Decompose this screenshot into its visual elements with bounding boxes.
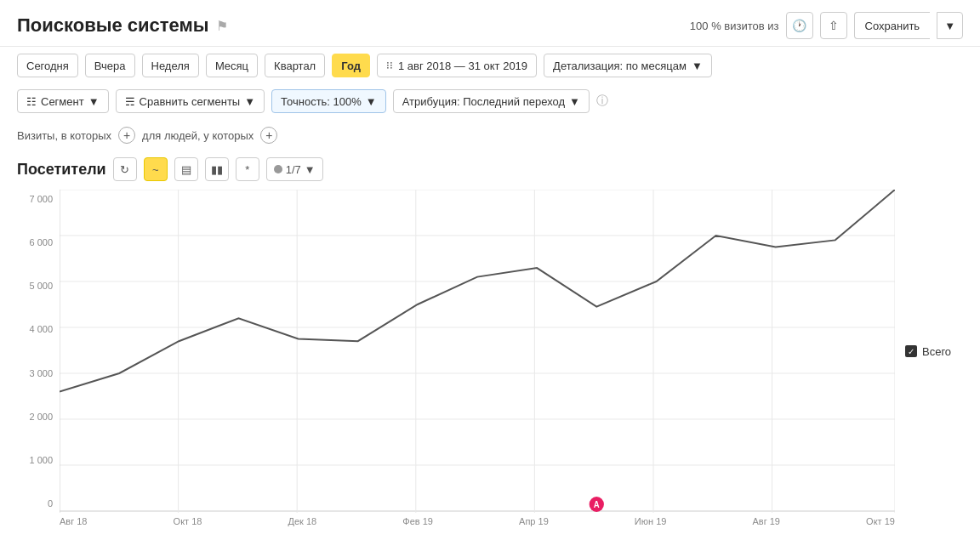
tab-year[interactable]: Год [332,54,370,77]
tab-week[interactable]: Неделя [142,54,199,77]
chart-header: Посетители ↻ ~ ▤ ▮▮ * 1/7 ▼ [17,157,963,181]
accuracy-button[interactable]: Точность: 100% ▼ [271,89,386,113]
y-label-0: 0 [17,498,53,509]
history-button[interactable]: 🕐 [786,12,813,39]
x-label-oct19: Окт 19 [866,516,895,526]
area-chart-button[interactable]: ▤ [174,157,198,181]
compare-icon: ☴ [125,95,135,108]
tab-yesterday[interactable]: Вчера [85,54,135,77]
yandex-icon-button[interactable]: * [236,157,259,181]
chart-section: Посетители ↻ ~ ▤ ▮▮ * 1/7 ▼ 7 000 6 000 … [0,149,980,526]
date-range-button[interactable]: ⁝⁝ 1 авг 2018 — 31 окт 2019 [377,54,537,77]
chart-legend: ✓ Всего [895,190,963,513]
date-range-label: 1 авг 2018 — 31 окт 2019 [398,60,527,72]
x-label-dec18: Дек 18 [288,516,317,526]
page-title: Поисковые системы [17,14,209,37]
y-label-3000: 3 000 [17,368,53,378]
y-label-5000: 5 000 [17,281,53,291]
page-header: Поисковые системы ⚑ 100 % визитов из 🕐 ⇧… [0,0,980,47]
y-label-1000: 1 000 [17,455,53,465]
bookmark-icon[interactable]: ⚑ [216,18,228,34]
export-button[interactable]: ⇧ [820,12,847,39]
bar-chart-button[interactable]: ▮▮ [205,157,229,181]
attribution-button[interactable]: Атрибуция: Последний переход ▼ [393,89,590,113]
legend-label-total: Всего [922,345,951,358]
detail-label: Детализация: по месяцам [553,60,687,72]
add-people-condition-button[interactable]: + [260,127,277,144]
chart-line [60,190,895,392]
y-axis: 7 000 6 000 5 000 4 000 3 000 2 000 1 00… [17,190,60,513]
x-label-feb19: Фев 19 [402,516,433,526]
segment-prefix: Визиты, в которых [17,129,111,142]
segment-middle: для людей, у которых [142,129,254,142]
chart-svg-container: A [60,190,895,513]
y-label-2000: 2 000 [17,412,53,422]
y-label-6000: 6 000 [17,237,53,247]
compare-chevron-icon: ▼ [244,95,255,108]
attribution-chevron-icon: ▼ [569,95,580,108]
counter-dot [274,165,282,173]
tab-today[interactable]: Сегодня [17,54,78,77]
counter-label: 1/7 [286,163,301,176]
header-left: Поисковые системы ⚑ [17,14,228,37]
y-label-4000: 4 000 [17,324,53,334]
legend-checkbox-total[interactable]: ✓ [905,345,917,357]
detail-button[interactable]: Детализация: по месяцам ▼ [544,54,712,77]
segment-button[interactable]: ☷ Сегмент ▼ [17,89,109,113]
save-dropdown-button[interactable]: ▼ [937,12,963,39]
calendar-icon: ⁝⁝ [386,60,393,71]
filter-toolbar: ☷ Сегмент ▼ ☴ Сравнить сегменты ▼ Точнос… [0,84,980,118]
add-visit-condition-button[interactable]: + [118,127,135,144]
counter-button[interactable]: 1/7 ▼ [266,157,323,181]
legend-item-total: ✓ Всего [905,345,951,358]
segment-chevron-icon: ▼ [88,95,100,108]
y-label-7000: 7 000 [17,194,53,204]
segment-row: Визиты, в которых + для людей, у которых… [0,118,980,149]
x-label-aug18: Авг 18 [60,516,87,526]
compare-segments-button[interactable]: ☴ Сравнить сегменты ▼ [116,89,265,113]
chart-svg: A [60,190,895,513]
info-icon[interactable]: ⓘ [596,94,608,109]
refresh-chart-button[interactable]: ↻ [113,157,137,181]
chart-main: A Авг 18 Окт 18 Дек 18 Фев 19 Апр 19 Июн… [60,190,895,526]
x-label-jun19: Июн 19 [635,516,667,526]
x-label-aug19: Авг 19 [753,516,780,526]
chevron-down-icon: ▼ [692,60,703,72]
annotation-label: A [594,500,600,509]
save-button[interactable]: Сохранить [854,12,931,39]
tab-quarter[interactable]: Квартал [265,54,325,77]
chart-with-axes: 7 000 6 000 5 000 4 000 3 000 2 000 1 00… [17,190,963,526]
visits-info-label: 100 % визитов из [690,20,779,32]
chart-title: Посетители [17,161,106,179]
date-toolbar: Сегодня Вчера Неделя Месяц Квартал Год ⁝… [0,47,980,84]
tab-month[interactable]: Месяц [206,54,258,77]
header-right: 100 % визитов из 🕐 ⇧ Сохранить ▼ [690,12,963,39]
x-axis: Авг 18 Окт 18 Дек 18 Фев 19 Апр 19 Июн 1… [60,513,895,526]
counter-chevron-icon: ▼ [305,163,316,176]
x-label-apr19: Апр 19 [519,516,549,526]
filter-icon: ☷ [26,95,37,108]
x-label-oct18: Окт 18 [174,516,202,526]
line-chart-button[interactable]: ~ [144,157,168,181]
accuracy-chevron-icon: ▼ [366,95,377,108]
